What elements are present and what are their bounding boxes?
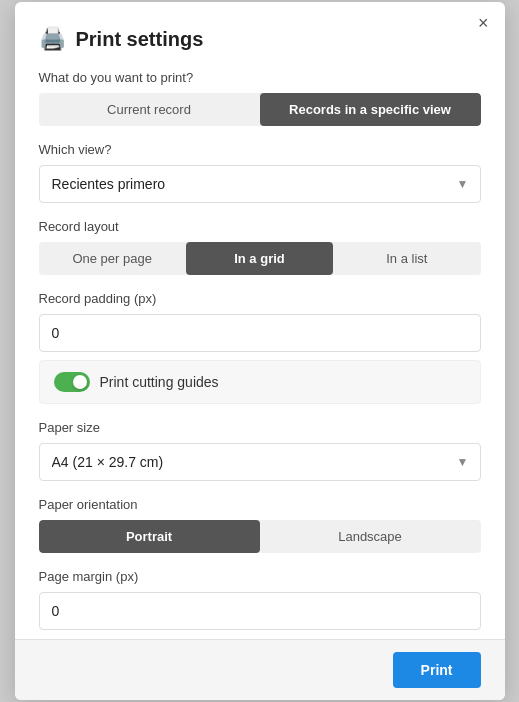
paper-size-label: Paper size (39, 420, 481, 435)
print-settings-dialog: × 🖨️ Print settings What do you want to … (15, 2, 505, 700)
cutting-guides-toggle[interactable] (54, 372, 90, 392)
dialog-header: 🖨️ Print settings (39, 26, 481, 52)
landscape-button[interactable]: Landscape (260, 520, 481, 553)
portrait-button[interactable]: Portrait (39, 520, 260, 553)
in-a-grid-button[interactable]: In a grid (186, 242, 333, 275)
print-button[interactable]: Print (393, 652, 481, 688)
print-target-section: What do you want to print? Current recor… (39, 70, 481, 126)
which-view-label: Which view? (39, 142, 481, 157)
cutting-guides-row: Print cutting guides (39, 360, 481, 404)
printer-icon: 🖨️ (39, 26, 66, 52)
record-padding-input[interactable] (39, 314, 481, 352)
record-padding-label: Record padding (px) (39, 291, 481, 306)
which-view-section: Which view? Recientes primero All record… (39, 142, 481, 203)
paper-size-select[interactable]: A4 (21 × 29.7 cm) Letter (8.5 × 11 in) A… (39, 443, 481, 481)
dialog-title: Print settings (76, 28, 204, 51)
print-target-label: What do you want to print? (39, 70, 481, 85)
which-view-select-wrapper: Recientes primero All records My records… (39, 165, 481, 203)
page-margin-label: Page margin (px) (39, 569, 481, 584)
paper-size-select-wrapper: A4 (21 × 29.7 cm) Letter (8.5 × 11 in) A… (39, 443, 481, 481)
page-margin-section: Page margin (px) (39, 569, 481, 630)
toggle-slider[interactable] (54, 372, 90, 392)
one-per-page-button[interactable]: One per page (39, 242, 186, 275)
paper-orientation-toggle-group: Portrait Landscape (39, 520, 481, 553)
print-target-toggle-group: Current record Records in a specific vie… (39, 93, 481, 126)
record-padding-section: Record padding (px) (39, 291, 481, 352)
which-view-select[interactable]: Recientes primero All records My records (39, 165, 481, 203)
in-a-list-button[interactable]: In a list (333, 242, 480, 275)
record-layout-toggle-group: One per page In a grid In a list (39, 242, 481, 275)
current-record-button[interactable]: Current record (39, 93, 260, 126)
record-layout-label: Record layout (39, 219, 481, 234)
paper-size-section: Paper size A4 (21 × 29.7 cm) Letter (8.5… (39, 420, 481, 481)
paper-orientation-section: Paper orientation Portrait Landscape (39, 497, 481, 553)
cutting-guides-label: Print cutting guides (100, 374, 219, 390)
paper-orientation-label: Paper orientation (39, 497, 481, 512)
record-layout-section: Record layout One per page In a grid In … (39, 219, 481, 275)
records-in-view-button[interactable]: Records in a specific view (260, 93, 481, 126)
dialog-footer: Print (15, 639, 505, 700)
page-margin-input[interactable] (39, 592, 481, 630)
close-button[interactable]: × (478, 14, 489, 32)
